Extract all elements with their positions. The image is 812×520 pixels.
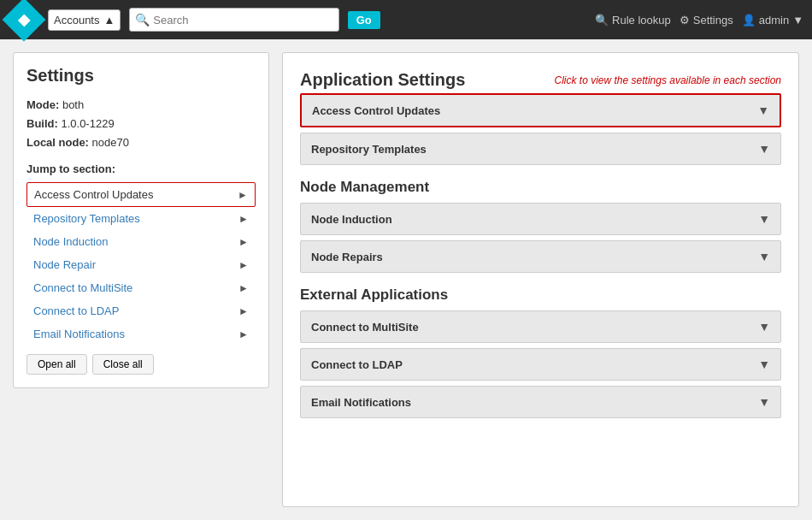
sidebar-arrow-icon-4: ► (238, 282, 249, 294)
app-settings-items-label-0: Access Control Updates (312, 104, 440, 117)
sidebar-item-4[interactable]: Connect to MultiSite► (26, 276, 256, 299)
external-apps-items-label-2: Email Notifications (311, 396, 411, 409)
sidebar-arrow-icon-2: ► (238, 236, 249, 248)
sidebar-item-1[interactable]: Repository Templates► (26, 207, 256, 230)
search-container: 🔍 (129, 8, 338, 32)
external-apps-items-label-1: Connect to LDAP (311, 358, 403, 371)
sidebar-item-2[interactable]: Node Induction► (26, 230, 256, 253)
sidebar-arrow-icon-6: ► (238, 328, 249, 340)
sidebar: Settings Mode: both Build: 1.0.0-1229 Lo… (13, 52, 269, 388)
main-content: Settings Mode: both Build: 1.0.0-1229 Lo… (0, 39, 812, 520)
node-management-items-arrow-1: ▼ (758, 250, 770, 263)
sidebar-item-3[interactable]: Node Repair► (26, 253, 256, 276)
admin-chevron-icon: ▼ (792, 14, 803, 27)
app-settings-hint: Click to view the settings available in … (555, 74, 781, 86)
sidebar-item-label-6: Email Notifications (33, 328, 125, 340)
node-management-title: Node Management (300, 179, 781, 196)
external-apps-items-arrow-2: ▼ (758, 395, 770, 409)
app-settings-items-arrow-0: ▼ (757, 103, 769, 117)
external-apps-items-item-2[interactable]: Email Notifications▼ (300, 386, 781, 418)
external-apps-items-arrow-1: ▼ (758, 358, 770, 371)
main-panel: Application Settings Click to view the s… (282, 52, 799, 507)
rule-lookup-link[interactable]: 🔍 Rule lookup (595, 14, 671, 27)
sidebar-item-0[interactable]: Access Control Updates► (26, 182, 256, 207)
sidebar-item-5[interactable]: Connect to LDAP► (26, 299, 256, 322)
sidebar-item-label-2: Node Induction (33, 235, 108, 248)
external-apps-items: Connect to MultiSite▼Connect to LDAP▼Ema… (300, 310, 781, 418)
jump-label: Jump to section: (26, 162, 256, 175)
external-apps-items-item-1[interactable]: Connect to LDAP▼ (300, 348, 781, 381)
mode-info: Mode: both (26, 96, 256, 115)
open-all-button[interactable]: Open all (26, 354, 87, 375)
sidebar-arrow-icon-5: ► (238, 305, 249, 317)
sidebar-item-6[interactable]: Email Notifications► (26, 322, 256, 346)
sidebar-items: Access Control Updates►Repository Templa… (26, 182, 256, 346)
sidebar-arrow-icon-0: ► (238, 189, 248, 201)
accounts-select[interactable]: Accounts ▲ (48, 9, 121, 31)
sidebar-item-label-0: Access Control Updates (34, 188, 153, 201)
settings-link[interactable]: ⚙ Settings (680, 14, 733, 27)
node-management-items-label-0: Node Induction (311, 213, 392, 226)
app-settings-items-item-1[interactable]: Repository Templates▼ (300, 133, 781, 165)
app-settings-items: Access Control Updates▼Repository Templa… (300, 93, 781, 165)
close-all-button[interactable]: Close all (92, 354, 154, 375)
app-settings-items-arrow-1: ▼ (758, 142, 770, 156)
search-nav-icon: 🔍 (595, 14, 609, 27)
sidebar-arrow-icon-3: ► (238, 259, 249, 271)
sidebar-buttons: Open all Close all (26, 354, 256, 375)
topnav: ◆ Accounts ▲ 🔍 Go 🔍 Rule lookup ⚙ Settin… (0, 0, 812, 39)
node-management-items: Node Induction▼Node Repairs▼ (300, 203, 781, 273)
app-settings-items-item-0[interactable]: Access Control Updates▼ (300, 93, 781, 127)
search-input[interactable] (153, 14, 332, 27)
logo: ◆ (3, 0, 46, 41)
sidebar-item-label-1: Repository Templates (33, 212, 140, 225)
sidebar-arrow-icon-1: ► (238, 213, 249, 225)
node-management-items-item-1[interactable]: Node Repairs▼ (300, 240, 781, 273)
admin-link[interactable]: 👤 admin ▼ (742, 14, 803, 27)
node-management-items-label-1: Node Repairs (311, 251, 383, 263)
search-icon: 🔍 (135, 13, 150, 27)
sidebar-item-label-5: Connect to LDAP (33, 304, 119, 317)
app-settings-title: Application Settings (300, 70, 465, 90)
external-apps-items-label-0: Connect to MultiSite (311, 321, 419, 334)
app-settings-items-label-1: Repository Templates (311, 143, 427, 156)
external-apps-items-item-0[interactable]: Connect to MultiSite▼ (300, 310, 781, 343)
sidebar-item-label-3: Node Repair (33, 258, 96, 271)
accounts-chevron-icon: ▲ (103, 14, 115, 27)
node-management-items-arrow-0: ▼ (758, 212, 770, 226)
app-settings-header: Application Settings Click to view the s… (300, 70, 781, 90)
logo-icon: ◆ (18, 10, 30, 29)
external-apps-items-arrow-0: ▼ (758, 320, 770, 334)
sidebar-title: Settings (26, 66, 256, 86)
external-apps-title: External Applications (300, 287, 781, 304)
build-info: Build: 1.0.0-1229 (26, 115, 256, 133)
local-node-info: Local node: node70 (26, 133, 256, 152)
go-button[interactable]: Go (348, 11, 380, 29)
node-management-items-item-0[interactable]: Node Induction▼ (300, 203, 781, 235)
sidebar-info: Mode: both Build: 1.0.0-1229 Local node:… (26, 96, 256, 152)
user-icon: 👤 (742, 14, 756, 27)
sidebar-item-label-4: Connect to MultiSite (33, 281, 132, 294)
accounts-label: Accounts (54, 14, 99, 27)
gear-icon: ⚙ (680, 14, 690, 27)
